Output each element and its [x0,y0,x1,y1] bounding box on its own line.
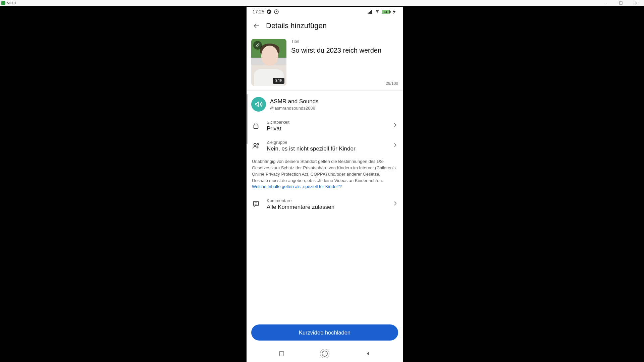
wifi-icon [375,9,380,14]
comment-icon [251,200,261,208]
upload-button[interactable]: Kurzvideo hochladen [251,324,398,341]
visibility-setting[interactable]: Sichtbarkeit Privat [247,116,403,136]
nav-back-button[interactable] [360,346,376,362]
system-navbar [247,345,403,362]
nav-home-button[interactable] [317,346,333,362]
video-thumbnail[interactable]: 0:15 [251,39,286,86]
comments-setting[interactable]: Kommentare Alle Kommentare zulassen [247,194,403,214]
title-label: Titel [291,39,398,44]
nav-recents-button[interactable] [274,346,290,362]
back-button[interactable] [249,18,265,34]
svg-point-16 [254,143,256,146]
clock-icon [274,9,279,14]
svg-rect-11 [370,11,371,14]
svg-rect-15 [254,125,258,128]
channel-row[interactable]: ASMR and Sounds @asmrandsounds2688 [247,91,403,116]
audience-icon [251,142,261,149]
parking-icon: P [266,9,272,14]
chevron-right-icon [392,122,398,129]
window-maximize-button[interactable] [613,0,629,6]
window-close-button[interactable] [629,0,644,6]
channel-name: ASMR and Sounds [270,98,319,105]
chevron-right-icon [392,142,398,149]
title-char-count: 29/100 [386,81,398,86]
statusbar-time: 17:25 [253,9,264,14]
svg-text:P: P [268,10,270,13]
svg-point-13 [377,12,378,13]
statusbar: 17:25 P 11 [247,7,403,17]
coppa-info: Unabhängig von deinem Standort gelten di… [247,156,403,194]
battery-indicator: 11 [382,10,390,14]
battery-text: 11 [382,10,389,14]
signal-icon [368,9,373,14]
window-titlebar: Mi 10 [0,0,644,6]
coppa-text: Unabhängig von deinem Standort gelten di… [252,159,396,183]
appbar: Details hinzufügen [247,17,403,35]
title-section: 0:15 Titel 29/100 [247,35,403,91]
title-input[interactable] [291,46,398,55]
device-label: Mi 10 [7,1,16,5]
page-title: Details hinzufügen [266,21,327,30]
window-minimize-button[interactable] [598,0,613,6]
audience-label: Zielgruppe [267,140,386,145]
svg-rect-1 [620,2,622,4]
channel-handle: @asmrandsounds2688 [270,106,319,111]
chevron-right-icon [392,200,398,208]
lock-icon [251,122,261,129]
audience-setting[interactable]: Zielgruppe Nein, es ist nicht speziell f… [247,136,403,156]
visibility-label: Sichtbarkeit [267,120,386,125]
channel-avatar [251,97,266,112]
svg-point-17 [257,143,259,145]
comments-label: Kommentare [267,198,386,203]
edit-thumbnail-icon[interactable] [253,41,262,50]
scroll-indicator[interactable] [247,94,248,144]
svg-rect-12 [371,10,372,14]
charging-icon [391,9,397,14]
comments-value: Alle Kommentare zulassen [267,204,386,210]
svg-rect-9 [368,13,369,14]
svg-rect-10 [369,12,370,14]
phone-screen: 17:25 P 11 Details [247,7,403,362]
video-duration: 0:15 [273,78,284,84]
audience-value: Nein, es ist nicht speziell für Kinder [267,145,386,152]
app-icon [1,1,5,5]
coppa-link[interactable]: Welche Inhalte gelten als „speziell für … [252,184,342,189]
visibility-value: Privat [267,125,386,132]
